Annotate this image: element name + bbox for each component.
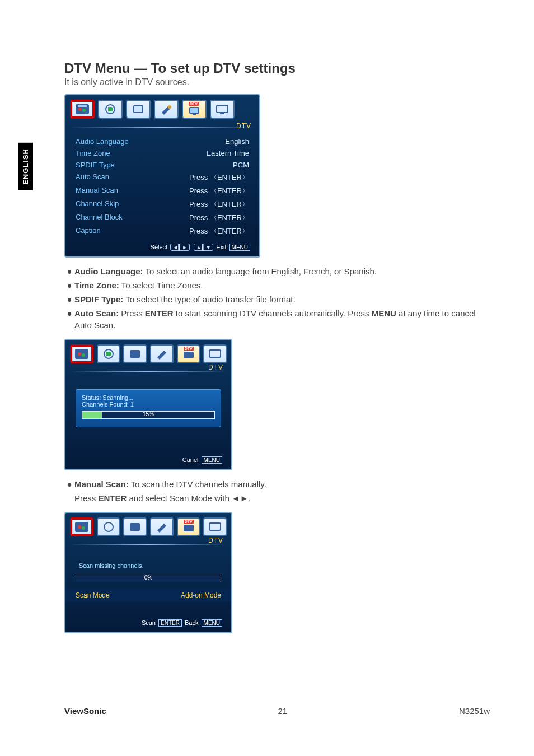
osd-tabbar: DTV	[65, 340, 231, 366]
scan-progress: 15%	[82, 411, 215, 419]
footer-cancel-label: Canel	[182, 456, 199, 463]
value: Eastern Time	[206, 149, 249, 157]
row-audio-language[interactable]: Audio LanguageEnglish	[76, 136, 249, 147]
svg-rect-18	[130, 350, 140, 358]
audio-icon	[101, 520, 116, 534]
footer-menu-box: MENU	[202, 619, 222, 627]
row-channel-skip[interactable]: Channel SkipPress 〈ENTER〉	[76, 198, 249, 211]
svg-point-15	[78, 352, 81, 356]
tab-dtv[interactable]: DTV	[177, 517, 200, 536]
svg-rect-3	[78, 105, 87, 107]
tab-screen[interactable]	[123, 344, 147, 363]
svg-rect-20	[209, 350, 221, 357]
audio-icon	[101, 347, 116, 361]
bullets-group-1: ●Audio Language: To select an audio lang…	[64, 265, 490, 331]
tab-dtv[interactable]: DTV	[182, 100, 207, 119]
screen-icon	[130, 102, 146, 116]
footer-menu-box: MENU	[202, 456, 222, 464]
tab-setup[interactable]	[154, 100, 179, 119]
nav-arrows-icon: ◄▌►	[170, 244, 190, 251]
value: Press 〈ENTER〉	[189, 199, 249, 209]
osd-divider	[65, 366, 231, 377]
svg-rect-14	[75, 349, 88, 359]
tab-audio[interactable]	[97, 517, 120, 536]
page-subtitle: It is only active in DTV sources.	[64, 77, 490, 87]
svg-point-22	[78, 525, 81, 529]
svg-rect-13	[220, 113, 224, 114]
row-manual-scan[interactable]: Manual ScanPress 〈ENTER〉	[76, 184, 249, 198]
tab-dtv[interactable]: DTV	[177, 344, 200, 363]
row-channel-block[interactable]: Channel BlockPress 〈ENTER〉	[76, 211, 249, 225]
tab-picture[interactable]	[70, 517, 93, 536]
label: Time Zone	[76, 149, 110, 157]
dtv-badge: DTV	[184, 347, 194, 351]
page-footer: ViewSonic 21 N3251w	[64, 706, 490, 716]
screen-icon	[127, 347, 143, 361]
bullet-auto-scan: ●Auto Scan: Press ENTER to start scannin…	[64, 307, 490, 331]
osd-footer: Scan ENTER Back MENU	[65, 617, 231, 629]
osd-tabbar: DTV	[65, 513, 231, 539]
svg-point-23	[82, 526, 85, 530]
footer-model: N3251w	[459, 706, 490, 716]
tab-screen[interactable]	[123, 517, 147, 536]
tab-audio[interactable]: ♪	[98, 100, 123, 119]
bullet-time-zone: ●Time Zone: To select Time Zones.	[64, 279, 490, 291]
svg-rect-21	[75, 522, 88, 532]
svg-rect-11	[193, 114, 196, 115]
tab-picture[interactable]	[70, 344, 93, 363]
osd-divider	[65, 121, 259, 132]
tab-pc[interactable]	[203, 344, 227, 363]
tab-screen[interactable]	[126, 100, 151, 119]
manual-scan-area: Scan missing channels. 0% Scan Mode Add-…	[65, 550, 231, 606]
svg-rect-12	[217, 105, 228, 113]
tab-picture[interactable]	[70, 100, 95, 119]
pc-icon	[207, 347, 223, 361]
bullets-group-2: ●Manual Scan: To scan the DTV channels m…	[64, 478, 490, 504]
scan-found: Channels Found: 1	[82, 401, 215, 408]
footer-back-label: Back	[185, 619, 198, 626]
osd-manual-scan: DTV DTV Scan missing channels. 0% Scan M…	[64, 512, 232, 633]
progress-percent: 0%	[144, 575, 152, 581]
row-caption[interactable]: CaptionPress 〈ENTER〉	[76, 225, 249, 238]
row-spdif-type[interactable]: SPDIF TypePCM	[76, 159, 249, 171]
footer-scan-label: Scan	[142, 619, 156, 626]
tab-pc[interactable]	[203, 517, 227, 536]
pc-icon	[207, 520, 223, 534]
tab-setup[interactable]	[150, 344, 174, 363]
value: PCM	[233, 161, 249, 169]
scan-mode-row[interactable]: Scan Mode Add-on Mode	[65, 589, 231, 601]
scan-mode-label: Scan Mode	[65, 591, 110, 599]
value: Press 〈ENTER〉	[189, 213, 249, 223]
screen-icon	[127, 520, 143, 534]
picture-icon	[74, 347, 90, 361]
page-content: DTV Menu — To set up DTV settings It is …	[64, 60, 490, 641]
tab-audio[interactable]	[97, 344, 120, 363]
footer-brand: ViewSonic	[64, 706, 106, 716]
label: Audio Language	[76, 137, 129, 146]
row-time-zone[interactable]: Time ZoneEastern Time	[76, 147, 249, 159]
setup-icon	[154, 347, 170, 361]
footer-page-number: 21	[278, 706, 288, 716]
label: Channel Block	[76, 213, 123, 223]
svg-rect-26	[184, 525, 194, 531]
tab-setup[interactable]	[150, 517, 174, 536]
osd-auto-scan: DTV DTV Status: Scanning... Channels Fou…	[64, 339, 232, 470]
svg-rect-25	[130, 523, 140, 531]
scan-progress: 0%	[76, 575, 221, 582]
dtv-badge: DTV	[184, 520, 194, 524]
picture-icon	[74, 520, 90, 534]
osd-divider	[65, 539, 231, 550]
footer-enter-box: ENTER	[158, 619, 182, 627]
auto-scan-area: Status: Scanning... Channels Found: 1 15…	[65, 377, 231, 432]
dtv-badge: DTV	[189, 102, 199, 106]
value: Press 〈ENTER〉	[189, 172, 249, 183]
value: Press 〈ENTER〉	[189, 186, 249, 196]
label: Auto Scan	[76, 172, 109, 183]
svg-point-8	[168, 105, 171, 109]
bullet-audio-language: ●Audio Language: To select an audio lang…	[64, 265, 490, 277]
picture-icon	[74, 102, 90, 116]
scan-message: Scan missing channels.	[76, 562, 221, 569]
row-auto-scan[interactable]: Auto ScanPress 〈ENTER〉	[76, 171, 249, 184]
tab-pc[interactable]	[210, 100, 235, 119]
osd-settings-rows: Audio LanguageEnglish Time ZoneEastern T…	[65, 132, 259, 241]
